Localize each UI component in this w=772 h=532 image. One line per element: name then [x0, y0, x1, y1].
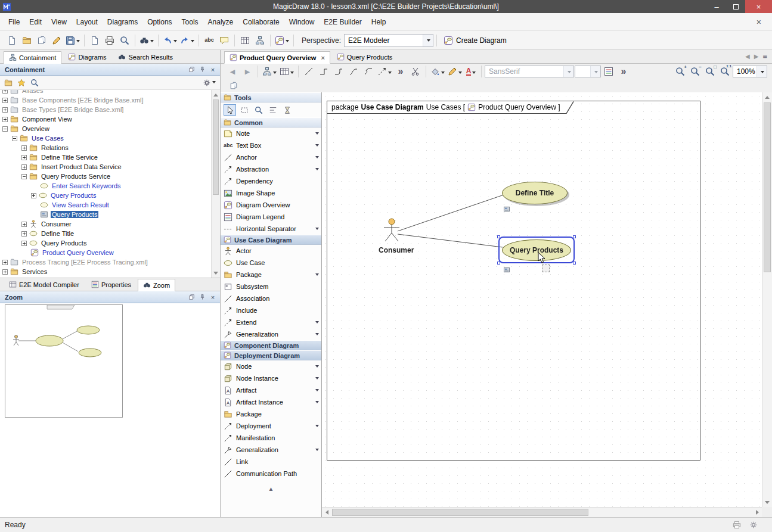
tree-item[interactable]: Define Title Service	[0, 153, 211, 162]
print-preview-button[interactable]	[117, 33, 132, 48]
item-dropdown-caret[interactable]	[315, 144, 319, 148]
menu-analyze[interactable]: Analyze	[203, 15, 238, 29]
previous-diagram-icon[interactable]: ◀	[745, 53, 750, 60]
menu-collaborate[interactable]: Collaborate	[238, 15, 284, 29]
font-family-combo[interactable]: SansSerif	[485, 66, 574, 77]
line-color-caret[interactable]	[458, 71, 462, 76]
palette-abstraction[interactable]: Abstraction	[221, 163, 321, 175]
palette-node[interactable]: Node	[221, 360, 321, 372]
scrollbar-thumb[interactable]	[332, 509, 588, 516]
palette-dependency[interactable]: Dependency	[221, 175, 321, 187]
open-element-icon[interactable]	[4, 79, 13, 87]
menu-options[interactable]: Options	[142, 15, 176, 29]
new-project-button[interactable]	[5, 33, 19, 48]
scroll-down-arrow[interactable]	[212, 269, 220, 278]
palette-artifact[interactable]: Artifact	[221, 384, 321, 396]
settings-caret[interactable]	[212, 81, 216, 85]
print-status-icon[interactable]	[733, 521, 741, 529]
palette-artifact-instance[interactable]: Artifact Instance	[221, 396, 321, 408]
scrollbar-thumb[interactable]	[213, 99, 219, 195]
menu-file[interactable]: File	[4, 15, 24, 29]
font-color-button[interactable]: A	[464, 64, 478, 79]
marquee-select-tool[interactable]	[238, 104, 250, 116]
redo-button[interactable]	[179, 33, 196, 48]
actor-consumer[interactable]: Consumer	[379, 218, 405, 254]
tree-scrollbar[interactable]	[211, 90, 220, 278]
menu-tools[interactable]: Tools	[177, 15, 203, 29]
forward-button[interactable]: ▶	[240, 64, 255, 79]
font-size-combo[interactable]	[575, 66, 601, 77]
palette-text-box[interactable]: abcText Box	[221, 139, 321, 151]
selection-handle[interactable]	[573, 262, 576, 265]
show-diagram-info-button[interactable]	[227, 79, 241, 93]
tree-item[interactable]: Base Types [E2E Bridge Base.xml]	[0, 105, 211, 114]
tree-item[interactable]: Define Title	[0, 229, 211, 238]
palette-actor[interactable]: Actor	[221, 245, 321, 257]
close-tab-icon[interactable]: ×	[321, 54, 324, 61]
expander-icon[interactable]	[2, 90, 8, 94]
save-project-button[interactable]	[64, 33, 81, 48]
path-oblique-button[interactable]	[361, 64, 376, 79]
item-dropdown-caret[interactable]	[315, 321, 319, 325]
expander-icon[interactable]	[21, 174, 27, 179]
undo-button[interactable]	[162, 33, 178, 48]
perspective-combo[interactable]: E2E Modeler	[344, 34, 433, 47]
style-button[interactable]	[602, 64, 616, 79]
zoom-region-tool[interactable]	[252, 104, 265, 116]
canvas-vertical-scrollbar[interactable]	[762, 92, 772, 507]
toolbar-overflow-chevron[interactable]: »	[393, 64, 408, 79]
perspective-combo-caret[interactable]	[423, 35, 433, 46]
scroll-up-arrow[interactable]	[212, 90, 220, 99]
modules-button[interactable]	[35, 33, 49, 48]
align-tool[interactable]	[266, 104, 279, 116]
tree-item[interactable]: Query Products	[0, 238, 211, 248]
item-dropdown-caret[interactable]	[315, 389, 319, 393]
expander-icon[interactable]	[2, 107, 8, 113]
palette-manifestation[interactable]: Manifestation	[221, 432, 321, 444]
spell-check-button[interactable]: abc	[202, 33, 216, 48]
palette-node-instance[interactable]: Node Instance	[221, 372, 321, 384]
path-rounded-button[interactable]	[331, 64, 346, 79]
find-button[interactable]	[138, 33, 155, 48]
tab-diagrams[interactable]: Diagrams	[63, 51, 111, 63]
palette-deploy-generalization[interactable]: Generalization	[221, 444, 321, 456]
diagram-list-icon[interactable]: ≡	[762, 52, 767, 61]
diagram-canvas[interactable]: package Use Case Diagram Use Cases [ Pro…	[322, 92, 762, 507]
open-project-button[interactable]	[20, 33, 34, 48]
link-with-editor-button[interactable]	[253, 33, 267, 48]
canvas-horizontal-scrollbar[interactable]	[322, 507, 762, 517]
tree-item[interactable]: Insert Product Data Service	[0, 162, 211, 172]
expander-icon[interactable]	[2, 117, 8, 122]
pin-panel-icon[interactable]	[198, 66, 206, 74]
menu-help[interactable]: Help	[367, 15, 391, 29]
item-dropdown-caret[interactable]	[315, 333, 319, 337]
item-dropdown-caret[interactable]	[315, 449, 319, 453]
find-dropdown-caret[interactable]	[150, 40, 154, 44]
item-dropdown-caret[interactable]	[315, 365, 319, 369]
pointer-tool[interactable]	[224, 104, 236, 116]
palette-package[interactable]: Package	[221, 269, 321, 281]
tree-item[interactable]: Base Components [E2E Bridge Base.xml]	[0, 95, 211, 105]
float-panel-icon[interactable]	[187, 66, 196, 74]
dependency-style-caret[interactable]	[388, 71, 392, 76]
palette-section-use-case-diagram[interactable]: Use Case Diagram	[221, 235, 321, 245]
selection-handle[interactable]	[497, 262, 500, 265]
close-panel-icon[interactable]: ×	[209, 66, 217, 74]
export-button[interactable]	[88, 33, 102, 48]
expander-icon[interactable]	[2, 260, 8, 265]
expander-icon[interactable]	[21, 164, 27, 170]
related-elements-caret[interactable]	[286, 40, 289, 44]
related-elements-button[interactable]	[274, 33, 290, 48]
scrollbar-thumb[interactable]	[764, 102, 771, 272]
palette-horizontal-separator[interactable]: Horizontal Separator	[221, 223, 321, 235]
palette-subsystem[interactable]: Subsystem	[221, 281, 321, 293]
tree-item[interactable]: Use Cases	[0, 133, 211, 143]
close-project-icon[interactable]: ×	[749, 17, 768, 27]
save-dropdown-caret[interactable]	[76, 40, 80, 44]
item-dropdown-caret[interactable]	[315, 168, 319, 172]
zoom-in-button[interactable]: +	[673, 64, 687, 79]
diagram-frame-header[interactable]: package Use Case Diagram Use Cases [ Pro…	[327, 101, 573, 113]
search-icon[interactable]	[30, 79, 39, 87]
expander-icon[interactable]	[21, 155, 27, 160]
tree-item[interactable]: Services	[0, 267, 211, 276]
